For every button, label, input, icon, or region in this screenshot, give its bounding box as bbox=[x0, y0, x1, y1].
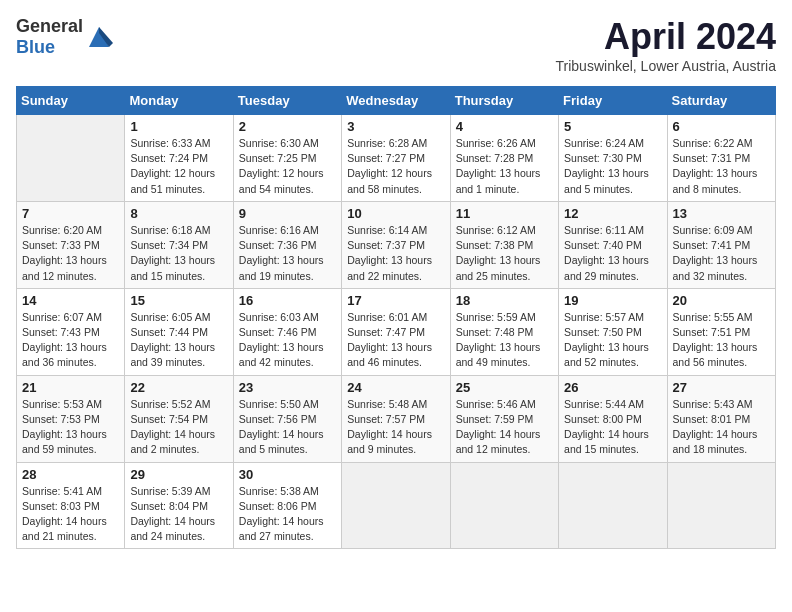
calendar-cell: 20Sunrise: 5:55 AM Sunset: 7:51 PM Dayli… bbox=[667, 288, 775, 375]
day-number: 1 bbox=[130, 119, 227, 134]
day-number: 5 bbox=[564, 119, 661, 134]
weekday-header-thursday: Thursday bbox=[450, 87, 558, 115]
page-header: General Blue April 2024 Tribuswinkel, Lo… bbox=[16, 16, 776, 74]
calendar-cell: 4Sunrise: 6:26 AM Sunset: 7:28 PM Daylig… bbox=[450, 115, 558, 202]
day-info: Sunrise: 6:20 AM Sunset: 7:33 PM Dayligh… bbox=[22, 223, 119, 284]
day-number: 30 bbox=[239, 467, 336, 482]
calendar-cell: 2Sunrise: 6:30 AM Sunset: 7:25 PM Daylig… bbox=[233, 115, 341, 202]
day-number: 15 bbox=[130, 293, 227, 308]
day-number: 11 bbox=[456, 206, 553, 221]
calendar-cell: 26Sunrise: 5:44 AM Sunset: 8:00 PM Dayli… bbox=[559, 375, 667, 462]
day-number: 26 bbox=[564, 380, 661, 395]
day-info: Sunrise: 6:14 AM Sunset: 7:37 PM Dayligh… bbox=[347, 223, 444, 284]
day-number: 14 bbox=[22, 293, 119, 308]
day-info: Sunrise: 5:50 AM Sunset: 7:56 PM Dayligh… bbox=[239, 397, 336, 458]
day-info: Sunrise: 5:44 AM Sunset: 8:00 PM Dayligh… bbox=[564, 397, 661, 458]
day-info: Sunrise: 6:07 AM Sunset: 7:43 PM Dayligh… bbox=[22, 310, 119, 371]
day-number: 23 bbox=[239, 380, 336, 395]
calendar-cell: 29Sunrise: 5:39 AM Sunset: 8:04 PM Dayli… bbox=[125, 462, 233, 549]
month-title: April 2024 bbox=[556, 16, 776, 58]
day-number: 4 bbox=[456, 119, 553, 134]
week-row-3: 14Sunrise: 6:07 AM Sunset: 7:43 PM Dayli… bbox=[17, 288, 776, 375]
day-info: Sunrise: 6:26 AM Sunset: 7:28 PM Dayligh… bbox=[456, 136, 553, 197]
day-number: 12 bbox=[564, 206, 661, 221]
location-subtitle: Tribuswinkel, Lower Austria, Austria bbox=[556, 58, 776, 74]
day-number: 7 bbox=[22, 206, 119, 221]
calendar-cell: 6Sunrise: 6:22 AM Sunset: 7:31 PM Daylig… bbox=[667, 115, 775, 202]
day-info: Sunrise: 6:18 AM Sunset: 7:34 PM Dayligh… bbox=[130, 223, 227, 284]
calendar-cell bbox=[559, 462, 667, 549]
logo: General Blue bbox=[16, 16, 113, 58]
day-info: Sunrise: 5:38 AM Sunset: 8:06 PM Dayligh… bbox=[239, 484, 336, 545]
day-number: 9 bbox=[239, 206, 336, 221]
logo-general-text: General Blue bbox=[16, 16, 83, 58]
day-number: 16 bbox=[239, 293, 336, 308]
calendar-cell: 16Sunrise: 6:03 AM Sunset: 7:46 PM Dayli… bbox=[233, 288, 341, 375]
day-number: 24 bbox=[347, 380, 444, 395]
calendar-cell: 19Sunrise: 5:57 AM Sunset: 7:50 PM Dayli… bbox=[559, 288, 667, 375]
day-info: Sunrise: 6:05 AM Sunset: 7:44 PM Dayligh… bbox=[130, 310, 227, 371]
day-number: 25 bbox=[456, 380, 553, 395]
day-info: Sunrise: 6:30 AM Sunset: 7:25 PM Dayligh… bbox=[239, 136, 336, 197]
calendar-cell: 27Sunrise: 5:43 AM Sunset: 8:01 PM Dayli… bbox=[667, 375, 775, 462]
calendar-cell: 15Sunrise: 6:05 AM Sunset: 7:44 PM Dayli… bbox=[125, 288, 233, 375]
day-info: Sunrise: 5:41 AM Sunset: 8:03 PM Dayligh… bbox=[22, 484, 119, 545]
weekday-header-monday: Monday bbox=[125, 87, 233, 115]
day-info: Sunrise: 5:48 AM Sunset: 7:57 PM Dayligh… bbox=[347, 397, 444, 458]
calendar-table: SundayMondayTuesdayWednesdayThursdayFrid… bbox=[16, 86, 776, 549]
calendar-cell bbox=[342, 462, 450, 549]
calendar-cell: 9Sunrise: 6:16 AM Sunset: 7:36 PM Daylig… bbox=[233, 201, 341, 288]
calendar-cell: 24Sunrise: 5:48 AM Sunset: 7:57 PM Dayli… bbox=[342, 375, 450, 462]
week-row-5: 28Sunrise: 5:41 AM Sunset: 8:03 PM Dayli… bbox=[17, 462, 776, 549]
day-number: 19 bbox=[564, 293, 661, 308]
calendar-cell: 17Sunrise: 6:01 AM Sunset: 7:47 PM Dayli… bbox=[342, 288, 450, 375]
calendar-cell: 10Sunrise: 6:14 AM Sunset: 7:37 PM Dayli… bbox=[342, 201, 450, 288]
calendar-cell: 12Sunrise: 6:11 AM Sunset: 7:40 PM Dayli… bbox=[559, 201, 667, 288]
calendar-cell: 23Sunrise: 5:50 AM Sunset: 7:56 PM Dayli… bbox=[233, 375, 341, 462]
calendar-cell: 18Sunrise: 5:59 AM Sunset: 7:48 PM Dayli… bbox=[450, 288, 558, 375]
day-info: Sunrise: 5:43 AM Sunset: 8:01 PM Dayligh… bbox=[673, 397, 770, 458]
day-number: 17 bbox=[347, 293, 444, 308]
calendar-cell: 11Sunrise: 6:12 AM Sunset: 7:38 PM Dayli… bbox=[450, 201, 558, 288]
day-info: Sunrise: 6:11 AM Sunset: 7:40 PM Dayligh… bbox=[564, 223, 661, 284]
weekday-header-wednesday: Wednesday bbox=[342, 87, 450, 115]
weekday-header-sunday: Sunday bbox=[17, 87, 125, 115]
day-number: 13 bbox=[673, 206, 770, 221]
calendar-cell: 25Sunrise: 5:46 AM Sunset: 7:59 PM Dayli… bbox=[450, 375, 558, 462]
calendar-cell bbox=[450, 462, 558, 549]
day-info: Sunrise: 6:16 AM Sunset: 7:36 PM Dayligh… bbox=[239, 223, 336, 284]
day-info: Sunrise: 6:22 AM Sunset: 7:31 PM Dayligh… bbox=[673, 136, 770, 197]
week-row-4: 21Sunrise: 5:53 AM Sunset: 7:53 PM Dayli… bbox=[17, 375, 776, 462]
day-number: 27 bbox=[673, 380, 770, 395]
calendar-cell: 21Sunrise: 5:53 AM Sunset: 7:53 PM Dayli… bbox=[17, 375, 125, 462]
day-info: Sunrise: 5:57 AM Sunset: 7:50 PM Dayligh… bbox=[564, 310, 661, 371]
calendar-cell: 30Sunrise: 5:38 AM Sunset: 8:06 PM Dayli… bbox=[233, 462, 341, 549]
day-number: 18 bbox=[456, 293, 553, 308]
day-info: Sunrise: 5:39 AM Sunset: 8:04 PM Dayligh… bbox=[130, 484, 227, 545]
day-info: Sunrise: 6:24 AM Sunset: 7:30 PM Dayligh… bbox=[564, 136, 661, 197]
day-number: 21 bbox=[22, 380, 119, 395]
week-row-2: 7Sunrise: 6:20 AM Sunset: 7:33 PM Daylig… bbox=[17, 201, 776, 288]
day-info: Sunrise: 6:33 AM Sunset: 7:24 PM Dayligh… bbox=[130, 136, 227, 197]
day-number: 6 bbox=[673, 119, 770, 134]
calendar-cell: 13Sunrise: 6:09 AM Sunset: 7:41 PM Dayli… bbox=[667, 201, 775, 288]
logo-icon bbox=[85, 23, 113, 51]
day-number: 2 bbox=[239, 119, 336, 134]
title-block: April 2024 Tribuswinkel, Lower Austria, … bbox=[556, 16, 776, 74]
day-info: Sunrise: 5:55 AM Sunset: 7:51 PM Dayligh… bbox=[673, 310, 770, 371]
weekday-header-row: SundayMondayTuesdayWednesdayThursdayFrid… bbox=[17, 87, 776, 115]
day-info: Sunrise: 6:28 AM Sunset: 7:27 PM Dayligh… bbox=[347, 136, 444, 197]
day-info: Sunrise: 5:52 AM Sunset: 7:54 PM Dayligh… bbox=[130, 397, 227, 458]
day-info: Sunrise: 6:03 AM Sunset: 7:46 PM Dayligh… bbox=[239, 310, 336, 371]
day-number: 20 bbox=[673, 293, 770, 308]
day-number: 10 bbox=[347, 206, 444, 221]
weekday-header-tuesday: Tuesday bbox=[233, 87, 341, 115]
day-number: 8 bbox=[130, 206, 227, 221]
calendar-cell: 5Sunrise: 6:24 AM Sunset: 7:30 PM Daylig… bbox=[559, 115, 667, 202]
day-info: Sunrise: 6:12 AM Sunset: 7:38 PM Dayligh… bbox=[456, 223, 553, 284]
day-number: 29 bbox=[130, 467, 227, 482]
day-number: 22 bbox=[130, 380, 227, 395]
day-info: Sunrise: 6:01 AM Sunset: 7:47 PM Dayligh… bbox=[347, 310, 444, 371]
calendar-cell: 22Sunrise: 5:52 AM Sunset: 7:54 PM Dayli… bbox=[125, 375, 233, 462]
calendar-cell: 8Sunrise: 6:18 AM Sunset: 7:34 PM Daylig… bbox=[125, 201, 233, 288]
